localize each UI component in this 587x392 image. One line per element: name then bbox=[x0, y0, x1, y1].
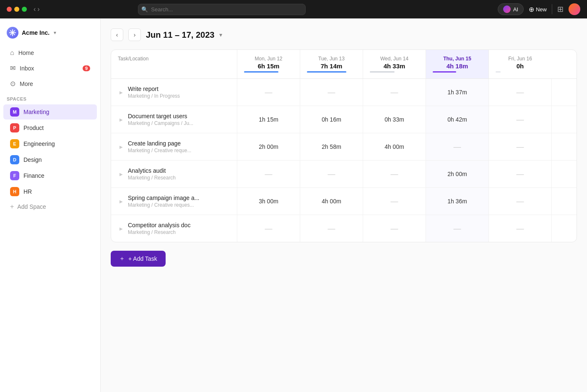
th-task-location: Task/Location bbox=[111, 50, 237, 78]
time-cell-thu: 0h 42m bbox=[426, 106, 488, 133]
nav-inbox[interactable]: ✉ Inbox 9 bbox=[3, 61, 97, 75]
th-thu-bar bbox=[433, 71, 456, 73]
avatar[interactable] bbox=[569, 3, 580, 15]
task-info: Write report Marketing / In Progress bbox=[128, 86, 180, 99]
task-name: Analytics audit bbox=[128, 167, 176, 174]
new-label: New bbox=[536, 6, 547, 13]
table-row: ▶ Competitor analysis doc Marketing / Re… bbox=[111, 215, 577, 242]
space-dot-engineering: E bbox=[10, 139, 19, 148]
expand-btn[interactable]: ▶ bbox=[118, 198, 125, 205]
expand-btn[interactable]: ▶ bbox=[118, 89, 125, 96]
time-cell-tue: — bbox=[300, 79, 363, 106]
search-input[interactable] bbox=[138, 4, 306, 15]
ai-button[interactable]: AI bbox=[498, 3, 524, 15]
sidebar-item-product[interactable]: P Product bbox=[3, 120, 97, 135]
expand-btn[interactable]: ▶ bbox=[118, 143, 125, 150]
time-cell-fri: — bbox=[488, 215, 551, 242]
space-label-engineering: Engineering bbox=[23, 140, 55, 147]
content-area: ‹ › Jun 11 – 17, 2023 ▾ Task/Location Mo… bbox=[101, 18, 587, 392]
space-dot-product: P bbox=[10, 123, 19, 132]
th-fri-day: Fri, Jun 16 bbox=[496, 56, 545, 62]
time-cell-mon: 3h 00m bbox=[237, 188, 300, 215]
nav-home[interactable]: ⌂ Home bbox=[3, 46, 97, 60]
nav-arrows: ‹ › bbox=[34, 5, 40, 13]
add-space-button[interactable]: + Add Space bbox=[3, 200, 97, 213]
time-cell-mon: — bbox=[237, 215, 300, 242]
sidebar-item-finance[interactable]: F Finance bbox=[3, 168, 97, 183]
space-dot-design: D bbox=[10, 155, 19, 164]
th-thu: Thu, Jun 15 4h 18m bbox=[426, 50, 488, 78]
time-cell-fri: — bbox=[488, 79, 551, 106]
grid-icon[interactable]: ⊞ bbox=[557, 5, 564, 14]
time-cell-fri: — bbox=[488, 161, 551, 187]
forward-arrow-btn[interactable]: › bbox=[37, 5, 39, 13]
time-cell-thu: 2h 00m bbox=[426, 161, 488, 187]
calendar-header: ‹ › Jun 11 – 17, 2023 ▾ bbox=[111, 29, 577, 41]
prev-week-btn[interactable]: ‹ bbox=[111, 29, 123, 41]
next-week-btn[interactable]: › bbox=[128, 29, 141, 41]
sidebar-item-hr[interactable]: H HR bbox=[3, 184, 97, 199]
task-path: Marketing / Campaigns / Ju... bbox=[128, 120, 193, 126]
space-dot-marketing: M bbox=[10, 107, 19, 117]
time-cell-wed: 4h 00m bbox=[363, 133, 426, 160]
table-header: Task/Location Mon, Jun 12 6h 15m Tue, Ju… bbox=[111, 50, 577, 79]
task-name: Document target users bbox=[128, 113, 193, 119]
th-wed: Wed, Jun 14 4h 33m bbox=[363, 50, 426, 78]
th-task-label: Task/Location bbox=[118, 56, 148, 62]
time-cell-tue: 4h 00m bbox=[300, 188, 363, 215]
time-cell-thu: — bbox=[426, 215, 488, 242]
new-button[interactable]: ⊕ New bbox=[529, 5, 547, 13]
time-cell-extra bbox=[551, 79, 577, 106]
space-dot-hr: H bbox=[10, 187, 19, 196]
add-space-label: Add Space bbox=[17, 203, 46, 210]
home-icon: ⌂ bbox=[10, 49, 14, 57]
maximize-dot[interactable] bbox=[22, 7, 27, 12]
sidebar-item-marketing[interactable]: M Marketing bbox=[3, 104, 97, 119]
space-label-design: Design bbox=[23, 156, 42, 163]
inbox-badge: 9 bbox=[83, 65, 90, 71]
time-cell-mon: 1h 15m bbox=[237, 106, 300, 133]
inbox-icon: ✉ bbox=[10, 64, 16, 72]
more-icon: ⊙ bbox=[10, 80, 16, 88]
expand-btn[interactable]: ▶ bbox=[118, 171, 125, 177]
workspace-header[interactable]: Acme Inc. ▾ bbox=[0, 23, 100, 45]
task-info: Create landing page Marketing / Creative… bbox=[128, 140, 191, 153]
time-cell-wed: — bbox=[363, 79, 426, 106]
time-cell-wed: — bbox=[363, 161, 426, 187]
time-cell-mon: — bbox=[237, 79, 300, 106]
date-chevron-icon[interactable]: ▾ bbox=[219, 31, 222, 38]
time-cell-extra bbox=[551, 161, 577, 187]
th-tue-bar bbox=[307, 71, 346, 73]
table-row: ▶ Analytics audit Marketing / Research —… bbox=[111, 161, 577, 188]
close-dot[interactable] bbox=[7, 7, 12, 12]
date-range: Jun 11 – 17, 2023 bbox=[146, 30, 214, 40]
topbar-divider bbox=[552, 4, 552, 14]
task-info: Spring campaign image a... Marketing / C… bbox=[128, 195, 199, 208]
task-path: Marketing / Research bbox=[128, 175, 176, 181]
nav-more[interactable]: ⊙ More bbox=[3, 76, 97, 91]
minimize-dot[interactable] bbox=[14, 7, 19, 12]
search-icon: 🔍 bbox=[141, 6, 148, 13]
task-path: Marketing / Creative reque... bbox=[128, 148, 191, 153]
back-arrow-btn[interactable]: ‹ bbox=[34, 5, 36, 13]
nav-home-label: Home bbox=[18, 49, 34, 56]
th-tue: Tue, Jun 13 7h 14m bbox=[300, 50, 363, 78]
time-cell-extra bbox=[551, 188, 577, 215]
sidebar-item-design[interactable]: D Design bbox=[3, 152, 97, 167]
time-cell-extra bbox=[551, 133, 577, 160]
expand-btn[interactable]: ▶ bbox=[118, 225, 125, 232]
task-path: Marketing / Creative reques... bbox=[128, 202, 199, 208]
space-label-finance: Finance bbox=[23, 172, 44, 179]
time-cell-mon: 2h 00m bbox=[237, 133, 300, 160]
task-path: Marketing / In Progress bbox=[128, 93, 180, 99]
time-cell-wed: — bbox=[363, 188, 426, 215]
sidebar-item-engineering[interactable]: E Engineering bbox=[3, 136, 97, 151]
task-info: Analytics audit Marketing / Research bbox=[128, 167, 176, 181]
expand-btn[interactable]: ▶ bbox=[118, 116, 125, 123]
window-controls bbox=[7, 7, 27, 12]
workspace-name: Acme Inc. bbox=[22, 29, 49, 36]
time-cell-fri: — bbox=[488, 188, 551, 215]
task-info: Competitor analysis doc Marketing / Rese… bbox=[128, 222, 190, 235]
th-fri: Fri, Jun 16 0h bbox=[488, 50, 551, 78]
add-task-button[interactable]: ＋ + Add Task bbox=[111, 251, 166, 267]
